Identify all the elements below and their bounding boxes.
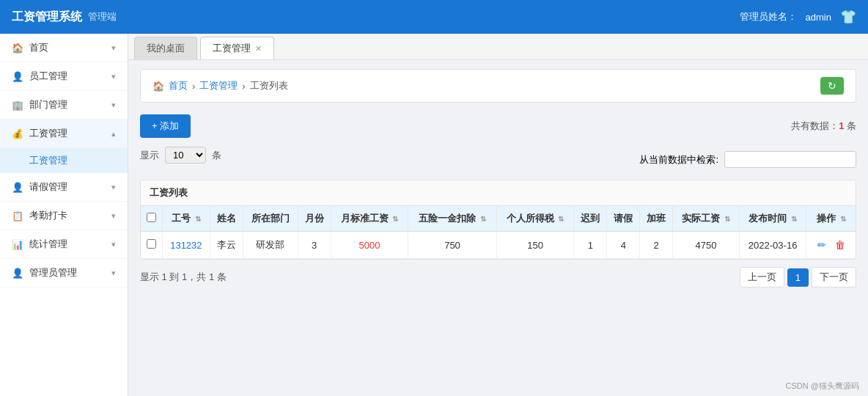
prev-page-button[interactable]: 上一页	[740, 267, 784, 287]
tab-desktop[interactable]: 我的桌面	[134, 37, 197, 59]
sort-insurance[interactable]: ⇅	[480, 215, 486, 223]
page-1-button[interactable]: 1	[787, 268, 809, 287]
header-right: 管理员姓名： admin 👕	[740, 9, 856, 25]
sidebar-item-leave[interactable]: 👤 请假管理 ▾	[0, 173, 128, 202]
header: 工资管理系统 管理端 管理员姓名： admin 👕	[0, 0, 868, 34]
salary-icon: 💰	[12, 128, 23, 139]
total-info: 共有数据：1 条	[791, 120, 856, 133]
td-action: ✏ 🗑	[806, 232, 856, 259]
breadcrumb-left: 🏠 首页 › 工资管理 › 工资列表	[152, 79, 288, 92]
th-empno: 工号 ⇅	[162, 206, 210, 232]
content-area: 🏠 首页 › 工资管理 › 工资列表 ↻ + 添加 共有数据：1 条	[128, 60, 868, 396]
sidebar-item-admin[interactable]: 👤 管理员管理 ▾	[0, 259, 128, 287]
sidebar-item-label-home: 首页	[29, 41, 48, 54]
sidebar-item-label-attendance: 考勤打卡	[29, 209, 67, 222]
th-overtime: 加班	[640, 206, 673, 232]
sort-empno[interactable]: ⇅	[195, 215, 201, 223]
salary-table-container: 工资列表 工号 ⇅ 姓名 所在部门 月份 月标准工资 ⇅ 五险一金扣除 ⇅ 个人…	[140, 180, 856, 260]
th-name: 姓名	[210, 206, 243, 232]
home-breadcrumb-icon: 🏠	[152, 81, 164, 92]
th-dept: 所在部门	[243, 206, 298, 232]
show-unit: 条	[212, 149, 221, 162]
refresh-button[interactable]: ↻	[820, 77, 844, 95]
td-actual-salary: 4750	[673, 232, 740, 259]
sidebar-item-label-admin: 管理员管理	[29, 266, 77, 279]
select-all-checkbox[interactable]	[147, 213, 156, 222]
td-leave: 4	[607, 232, 640, 259]
chevron-stats: ▾	[111, 240, 116, 249]
breadcrumb: 🏠 首页 › 工资管理 › 工资列表 ↻	[140, 69, 856, 103]
edit-button[interactable]: ✏	[814, 238, 829, 252]
tab-salary[interactable]: 工资管理 ✕	[200, 37, 274, 59]
pagination: 上一页 1 下一页	[740, 267, 856, 287]
sidebar-item-label-dept: 部门管理	[29, 98, 67, 111]
td-tax: 150	[496, 232, 574, 259]
breadcrumb-sep1: ›	[192, 81, 195, 92]
sidebar-item-dept[interactable]: 🏢 部门管理 ▾	[0, 91, 128, 120]
td-publish-time: 2022-03-16	[739, 232, 806, 259]
breadcrumb-salary[interactable]: 工资管理	[199, 79, 238, 92]
td-name: 李云	[210, 232, 243, 259]
add-button[interactable]: + 添加	[140, 114, 191, 138]
th-publish-time: 发布时间 ⇅	[739, 206, 806, 232]
admin-icon: 👤	[12, 268, 23, 279]
sidebar-item-stats[interactable]: 📊 统计管理 ▾	[0, 230, 128, 259]
td-overtime: 2	[640, 232, 673, 259]
tab-salary-label: 工资管理	[213, 42, 251, 55]
stats-icon: 📊	[12, 239, 23, 250]
th-actual-salary: 实际工资 ⇅	[673, 206, 740, 232]
next-page-button[interactable]: 下一页	[812, 267, 856, 287]
sidebar: 🏠 首页 ▾ 👤 员工管理 ▾ 🏢 部门管理 ▾ 💰 工资管理	[0, 34, 128, 396]
table-row: 131232 李云 研发部 3 5000 750 150 1 4 2 4750 …	[141, 232, 856, 259]
attendance-icon: 📋	[12, 210, 23, 221]
sort-publish-time[interactable]: ⇅	[791, 215, 797, 223]
row-checkbox[interactable]	[147, 239, 156, 249]
admin-label: 管理员姓名：	[740, 10, 797, 23]
sidebar-item-label-salary: 工资管理	[29, 127, 67, 140]
show-select[interactable]: 10 25 50 100	[165, 147, 206, 164]
search-area: 从当前数据中检索:	[639, 151, 856, 168]
footer-note: CSDN @猫头鹰源码	[786, 381, 859, 392]
sidebar-item-salary[interactable]: 💰 工资管理 ▴	[0, 120, 128, 148]
sidebar-item-attendance[interactable]: 📋 考勤打卡 ▾	[0, 202, 128, 230]
sidebar-item-employee[interactable]: 👤 员工管理 ▾	[0, 62, 128, 91]
filter-row: 显示 10 25 50 100 条 从当前数据中检索:	[140, 147, 856, 172]
admin-name[interactable]: admin	[806, 12, 831, 23]
toolbar: + 添加 共有数据：1 条	[140, 114, 856, 138]
pagination-row: 显示 1 到 1，共 1 条 上一页 1 下一页	[140, 260, 856, 290]
tabs-bar: 我的桌面 工资管理 ✕	[128, 34, 868, 60]
sidebar-item-salary-mgmt[interactable]: 工资管理	[0, 148, 128, 173]
search-input[interactable]	[724, 151, 856, 168]
th-action: 操作 ⇅	[806, 206, 856, 232]
td-checkbox	[141, 232, 162, 259]
sidebar-item-home[interactable]: 🏠 首页 ▾	[0, 34, 128, 62]
sort-tax[interactable]: ⇅	[558, 215, 564, 223]
search-label: 从当前数据中检索:	[639, 153, 718, 166]
tab-salary-close[interactable]: ✕	[255, 44, 262, 54]
home-icon: 🏠	[12, 43, 23, 54]
shirt-icon[interactable]: 👕	[840, 9, 856, 25]
breadcrumb-home[interactable]: 首页	[169, 79, 188, 92]
salary-table: 工号 ⇅ 姓名 所在部门 月份 月标准工资 ⇅ 五险一金扣除 ⇅ 个人所得税 ⇅…	[141, 206, 856, 259]
td-insurance: 750	[408, 232, 497, 259]
delete-button[interactable]: 🗑	[832, 238, 848, 252]
sort-base-salary[interactable]: ⇅	[392, 215, 398, 223]
sidebar-item-label-employee: 员工管理	[29, 70, 67, 83]
sort-actual-salary[interactable]: ⇅	[724, 215, 730, 223]
sort-action[interactable]: ⇅	[840, 215, 846, 223]
chevron-dept: ▾	[111, 100, 116, 110]
th-late: 迟到	[574, 206, 607, 232]
th-month: 月份	[298, 206, 331, 232]
total-count: 1	[839, 120, 844, 131]
salary-submenu: 工资管理	[0, 148, 128, 173]
chevron-salary: ▴	[111, 129, 116, 139]
tab-desktop-label: 我的桌面	[147, 42, 185, 55]
layout: 🏠 首页 ▾ 👤 员工管理 ▾ 🏢 部门管理 ▾ 💰 工资管理	[0, 34, 868, 396]
sidebar-item-label-stats: 统计管理	[29, 238, 67, 251]
chevron-attendance: ▾	[111, 211, 116, 221]
table-title: 工资列表	[141, 180, 856, 206]
leave-icon: 👤	[12, 182, 23, 193]
td-dept: 研发部	[243, 232, 298, 259]
empno-link[interactable]: 131232	[170, 240, 202, 251]
sidebar-item-label-leave: 请假管理	[29, 180, 67, 194]
